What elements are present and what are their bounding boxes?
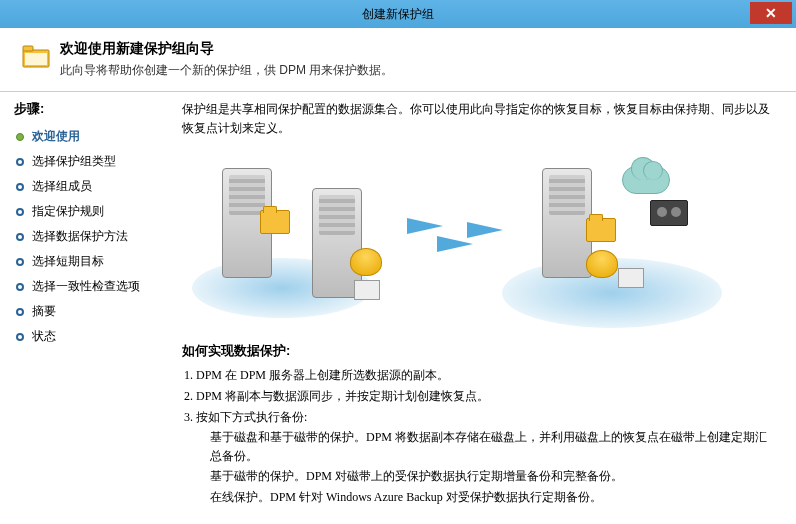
arrow-icon	[437, 236, 473, 252]
step-welcome[interactable]: 欢迎使用	[14, 124, 164, 149]
step-label: 选择一致性检查选项	[32, 278, 140, 295]
step-summary[interactable]: 摘要	[14, 299, 164, 324]
list-item: 3. 按如下方式执行备份:	[184, 408, 778, 427]
step-label: 选择组成员	[32, 178, 92, 195]
bullet-icon	[16, 233, 24, 241]
list-item: 2. DPM 将副本与数据源同步，并按定期计划创建恢复点。	[184, 387, 778, 406]
steps-title: 步骤:	[14, 100, 164, 118]
step-label: 选择短期目标	[32, 253, 104, 270]
section-title: 如何实现数据保护:	[182, 342, 778, 360]
bullet-icon	[16, 333, 24, 341]
disk-icon	[350, 248, 382, 276]
list-subitem: 基于磁带的保护。DPM 对磁带上的受保护数据执行定期增量备份和完整备份。	[184, 467, 778, 486]
bullet-icon	[16, 133, 24, 141]
package-icon	[618, 268, 644, 288]
page-title: 欢迎使用新建保护组向导	[60, 40, 393, 58]
bullet-icon	[16, 183, 24, 191]
intro-text: 保护组是共享相同保护配置的数据源集合。你可以使用此向导指定你的恢复目标，恢复目标…	[182, 100, 778, 138]
steps-sidebar: 步骤: 欢迎使用 选择保护组类型 选择组成员 指定保护规则 选择数据保护方法 选…	[0, 92, 172, 524]
illustration	[182, 148, 778, 328]
tape-icon	[650, 200, 688, 226]
folder-icon	[260, 210, 290, 234]
step-select-group-type[interactable]: 选择保护组类型	[14, 149, 164, 174]
step-short-term-goal[interactable]: 选择短期目标	[14, 249, 164, 274]
step-status[interactable]: 状态	[14, 324, 164, 349]
list-subitem: 基于磁盘和基于磁带的保护。DPM 将数据副本存储在磁盘上，并利用磁盘上的恢复点在…	[184, 428, 778, 465]
step-select-method[interactable]: 选择数据保护方法	[14, 224, 164, 249]
list-item: 1. DPM 在 DPM 服务器上创建所选数据源的副本。	[184, 366, 778, 385]
folder-icon	[22, 44, 50, 68]
step-label: 摘要	[32, 303, 56, 320]
step-consistency-check[interactable]: 选择一致性检查选项	[14, 274, 164, 299]
svg-rect-2	[25, 53, 47, 65]
package-icon	[354, 280, 380, 300]
step-label: 欢迎使用	[32, 128, 80, 145]
step-label: 选择保护组类型	[32, 153, 116, 170]
window-title: 创建新保护组	[362, 6, 434, 23]
step-label: 选择数据保护方法	[32, 228, 128, 245]
wizard-header: 欢迎使用新建保护组向导 此向导将帮助你创建一个新的保护组，供 DPM 用来保护数…	[0, 28, 796, 87]
cloud-icon	[622, 166, 670, 194]
arrow-icon	[467, 222, 503, 238]
close-button[interactable]: ✕	[750, 2, 792, 24]
bullet-icon	[16, 208, 24, 216]
step-label: 指定保护规则	[32, 203, 104, 220]
disk-icon	[586, 250, 618, 278]
titlebar: 创建新保护组 ✕	[0, 0, 796, 28]
arrow-icon	[407, 218, 443, 234]
page-subtitle: 此向导将帮助你创建一个新的保护组，供 DPM 用来保护数据。	[60, 62, 393, 79]
bullet-icon	[16, 308, 24, 316]
folder-icon	[586, 218, 616, 242]
server-icon	[542, 168, 592, 278]
bullet-icon	[16, 258, 24, 266]
bullet-icon	[16, 158, 24, 166]
instruction-list: 1. DPM 在 DPM 服务器上创建所选数据源的副本。 2. DPM 将副本与…	[182, 366, 778, 506]
svg-rect-1	[23, 46, 33, 51]
step-specify-rules[interactable]: 指定保护规则	[14, 199, 164, 224]
content-pane: 保护组是共享相同保护配置的数据源集合。你可以使用此向导指定你的恢复目标，恢复目标…	[172, 92, 796, 524]
bullet-icon	[16, 283, 24, 291]
close-icon: ✕	[765, 5, 777, 21]
list-subitem: 在线保护。DPM 针对 Windows Azure Backup 对受保护数据执…	[184, 488, 778, 507]
step-select-members[interactable]: 选择组成员	[14, 174, 164, 199]
step-label: 状态	[32, 328, 56, 345]
